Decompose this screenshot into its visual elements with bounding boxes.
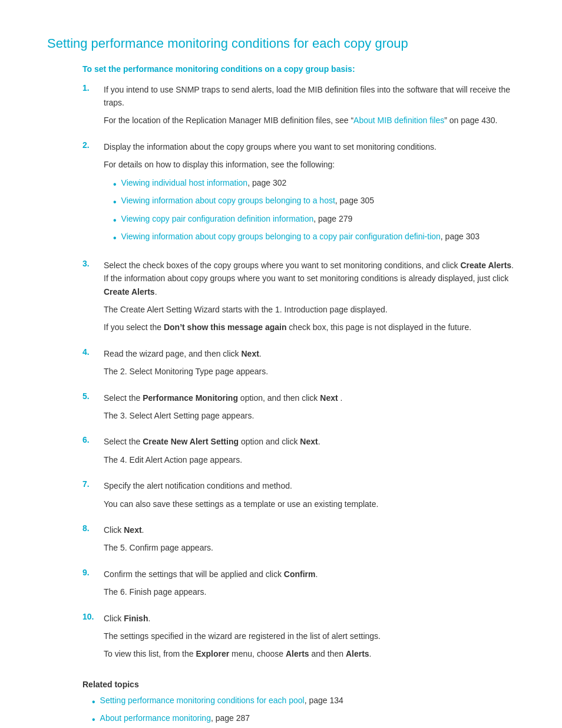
step-7-number: 7. <box>82 479 104 489</box>
step-7: 7. Specify the alert notification condit… <box>47 479 515 515</box>
step-5-number: 5. <box>82 391 104 401</box>
step-3-sub1: The Create Alert Setting Wizard starts w… <box>104 303 515 316</box>
related-topics-title: Related topics <box>82 680 515 689</box>
step-9-text: Confirm the settings that will be applie… <box>104 568 515 581</box>
step-9-content: Confirm the settings that will be applie… <box>104 568 515 604</box>
finish-bold: Finish <box>124 614 148 623</box>
next-bold-6: Next <box>300 437 318 446</box>
related-item-1: • Setting performance monitoring conditi… <box>92 694 515 710</box>
step-2-number: 2. <box>82 140 104 150</box>
next-bold-4: Next <box>241 349 259 358</box>
related-topics: Related topics • Setting performance mon… <box>82 680 515 727</box>
create-alerts-bold-1: Create Alerts <box>460 261 511 270</box>
step-6: 6. Select the Create New Alert Setting o… <box>47 435 515 471</box>
pool-monitoring-link[interactable]: Setting performance monitoring condition… <box>100 696 305 705</box>
mib-definition-files-link[interactable]: About MIB definition files <box>353 116 444 125</box>
performance-monitoring-bold: Performance Monitoring <box>143 393 238 403</box>
bullet-item-1: • Viewing individual host information, p… <box>113 176 515 192</box>
create-alerts-bold-2: Create Alerts <box>104 287 155 297</box>
step-1: 1. If you intend to use SNMP traps to se… <box>47 83 515 132</box>
bullet-item-4: • Viewing information about copy groups … <box>113 230 515 246</box>
steps-list: 1. If you intend to use SNMP traps to se… <box>47 83 515 666</box>
alerts-bold-1: Alerts <box>286 649 309 658</box>
viewing-copy-groups-config-def-link[interactable]: Viewing information about copy groups be… <box>121 232 441 241</box>
step-8: 8. Click Next. The 5. Confirm page appea… <box>47 523 515 559</box>
step-9-number: 9. <box>82 568 104 577</box>
page-container: Setting performance monitoring condition… <box>0 0 562 728</box>
step-8-content: Click Next. The 5. Confirm page appears. <box>104 523 515 559</box>
step-10-text: Click Finish. <box>104 612 515 625</box>
step-2: 2. Display the information about the cop… <box>47 140 515 251</box>
step-5: 5. Select the Performance Monitoring opt… <box>47 391 515 427</box>
step-5-content: Select the Performance Monitoring option… <box>104 391 515 427</box>
bullet-dot-3: • <box>113 213 117 228</box>
related-item-2: • About performance monitoring, page 287 <box>92 711 515 727</box>
step-2-sub: For details on how to display this infor… <box>104 158 515 171</box>
step-8-text: Click Next. <box>104 523 515 536</box>
about-performance-monitoring-link[interactable]: About performance monitoring <box>100 713 211 723</box>
step-4-number: 4. <box>82 347 104 357</box>
bullet-2-text: Viewing information about copy groups be… <box>121 194 374 207</box>
step-1-text: If you intend to use SNMP traps to send … <box>104 83 515 110</box>
step-3-sub2: If you select the Don’t show this messag… <box>104 321 515 334</box>
step-10-sub1: The settings specified in the wizard are… <box>104 630 515 643</box>
step-10-content: Click Finish. The settings specified in … <box>104 612 515 666</box>
step-5-sub: The 3. Select Alert Setting page appears… <box>104 409 515 422</box>
viewing-copy-pair-config-link[interactable]: Viewing copy pair configuration definiti… <box>121 214 314 223</box>
step-6-sub: The 4. Edit Alert Action page appears. <box>104 453 515 466</box>
viewing-individual-host-link[interactable]: Viewing individual host information <box>121 178 248 187</box>
step-10: 10. Click Finish. The settings specified… <box>47 612 515 666</box>
step-7-text: Specify the alert notification condition… <box>104 479 515 492</box>
step-6-text: Select the Create New Alert Setting opti… <box>104 435 515 448</box>
step-7-content: Specify the alert notification condition… <box>104 479 515 515</box>
step-4-text: Read the wizard page, and then click Nex… <box>104 347 515 360</box>
bullet-4-text: Viewing information about copy groups be… <box>121 230 480 243</box>
step-1-number: 1. <box>82 83 104 93</box>
bullet-dot-1: • <box>113 177 117 192</box>
step-8-sub: The 5. Confirm page appears. <box>104 541 515 554</box>
step-3: 3. Select the check boxes of the copy gr… <box>47 259 515 339</box>
subtitle: To set the performance monitoring condit… <box>82 64 515 74</box>
step-2-text: Display the information about the copy g… <box>104 140 515 153</box>
dont-show-bold: Don’t show this message again <box>164 322 287 332</box>
related-dot-1: • <box>92 694 95 710</box>
bullet-1-text: Viewing individual host information, pag… <box>121 176 287 189</box>
step-10-number: 10. <box>82 612 104 621</box>
step-4-content: Read the wizard page, and then click Nex… <box>104 347 515 383</box>
alerts-bold-2: Alerts <box>346 649 369 658</box>
related-1-text: Setting performance monitoring condition… <box>100 694 343 707</box>
step-2-bullets: • Viewing individual host information, p… <box>113 176 515 246</box>
step-4-sub: The 2. Select Monitoring Type page appea… <box>104 365 515 378</box>
step-6-number: 6. <box>82 435 104 444</box>
step-1-sub: For the location of the Replication Mana… <box>104 114 515 127</box>
step-6-content: Select the Create New Alert Setting opti… <box>104 435 515 471</box>
explorer-bold: Explorer <box>196 649 229 658</box>
step-5-text: Select the Performance Monitoring option… <box>104 391 515 404</box>
bullet-item-3: • Viewing copy pair configuration defini… <box>113 212 515 228</box>
step-9: 9. Confirm the settings that will be app… <box>47 568 515 604</box>
step-10-sub2: To view this list, from the Explorer men… <box>104 647 515 660</box>
bullet-3-text: Viewing copy pair configuration definiti… <box>121 212 353 225</box>
step-8-number: 8. <box>82 523 104 533</box>
step-3-content: Select the check boxes of the copy group… <box>104 259 515 339</box>
step-3-number: 3. <box>82 259 104 268</box>
confirm-bold: Confirm <box>284 569 316 579</box>
main-title: Setting performance monitoring condition… <box>47 35 515 52</box>
viewing-copy-groups-host-link[interactable]: Viewing information about copy groups be… <box>121 196 335 205</box>
related-dot-2: • <box>92 712 95 727</box>
step-1-content: If you intend to use SNMP traps to send … <box>104 83 515 132</box>
next-bold-8: Next <box>124 525 141 535</box>
related-topics-list: • Setting performance monitoring conditi… <box>92 694 515 727</box>
step-9-sub: The 6. Finish page appears. <box>104 585 515 598</box>
step-4: 4. Read the wizard page, and then click … <box>47 347 515 383</box>
bullet-dot-2: • <box>113 195 117 210</box>
bullet-item-2: • Viewing information about copy groups … <box>113 194 515 210</box>
step-3-text: Select the check boxes of the copy group… <box>104 259 515 298</box>
step-7-sub: You can also save these settings as a te… <box>104 498 515 510</box>
bullet-dot-4: • <box>113 230 117 246</box>
related-2-text: About performance monitoring, page 287 <box>100 711 250 724</box>
next-bold-5: Next <box>320 393 338 403</box>
create-new-alert-bold: Create New Alert Setting <box>143 437 239 446</box>
step-2-content: Display the information about the copy g… <box>104 140 515 251</box>
